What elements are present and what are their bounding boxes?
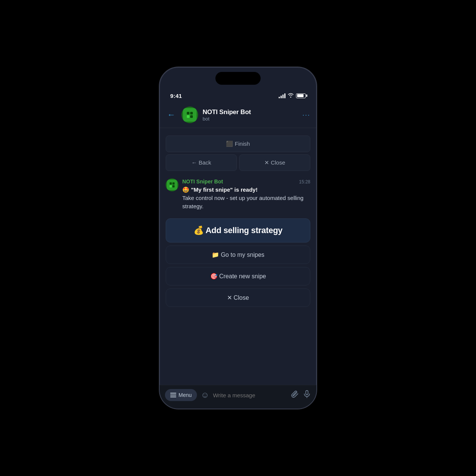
attach-button[interactable] <box>291 390 299 400</box>
battery-icon <box>296 93 306 98</box>
message-time: 15:28 <box>299 179 310 185</box>
microphone-button[interactable] <box>303 390 311 400</box>
wifi-icon <box>288 93 294 99</box>
message-header: NOTI Sniper Bot 15:28 <box>182 178 310 185</box>
svg-rect-4 <box>169 182 172 185</box>
svg-rect-3 <box>190 115 193 118</box>
svg-rect-0 <box>187 112 189 114</box>
bot-name: NOTI Sniper Bot <box>203 108 298 116</box>
message-input[interactable] <box>213 392 287 398</box>
create-new-snipe-button[interactable]: 🎯 Create new snipe <box>166 267 310 285</box>
menu-icon <box>170 393 176 397</box>
bot-subtitle: bot <box>203 116 298 122</box>
avatar <box>182 107 198 123</box>
message-avatar <box>166 178 178 191</box>
create-emoji: 🎯 <box>210 273 219 279</box>
message-body: Take control now - set up your automated… <box>182 195 304 209</box>
more-options-button[interactable]: ··· <box>302 111 310 119</box>
status-icons <box>279 93 306 99</box>
message-content: NOTI Sniper Bot 15:28 🤩 "My first snipe"… <box>182 178 310 210</box>
kb-back-button[interactable]: ← Back <box>166 154 237 171</box>
menu-label: Menu <box>178 392 192 398</box>
phone-frame: 9:41 <box>159 67 317 409</box>
svg-rect-10 <box>170 397 176 397</box>
svg-rect-7 <box>172 185 175 188</box>
dynamic-island <box>215 72 261 85</box>
menu-button[interactable]: Menu <box>165 389 197 401</box>
keyboard-buttons: ⬛ Finish ← Back ✕ Close <box>160 133 316 174</box>
create-label: Create new snipe <box>219 273 266 279</box>
message-emoji: 🤩 <box>182 186 191 193</box>
message-sender: NOTI Sniper Bot <box>182 178 223 185</box>
bot-message-row: NOTI Sniper Bot 15:28 🤩 "My first snipe"… <box>166 178 310 210</box>
header-text: NOTI Sniper Bot bot <box>203 108 298 122</box>
svg-rect-11 <box>306 391 308 395</box>
svg-rect-8 <box>170 393 176 394</box>
chat-body: ⬛ Finish ← Back ✕ Close <box>160 128 316 385</box>
status-time: 9:41 <box>170 93 182 99</box>
finish-button[interactable]: ⬛ Finish <box>166 136 310 152</box>
snipes-emoji: 📁 <box>212 252 221 258</box>
add-selling-strategy-button[interactable]: 💰 Add selling strategy <box>166 218 310 243</box>
svg-rect-1 <box>190 112 193 114</box>
go-to-snipes-button[interactable]: 📁 Go to my snipes <box>166 246 310 264</box>
message-bold: "My first snipe" is ready! <box>191 186 258 193</box>
svg-rect-2 <box>187 115 189 118</box>
signal-icon <box>279 93 285 98</box>
back-close-row: ← Back ✕ Close <box>166 154 310 171</box>
back-button[interactable]: ← <box>166 108 177 121</box>
svg-rect-6 <box>169 185 172 188</box>
emoji-button[interactable]: ☺ <box>201 390 209 400</box>
chat-header: ← NOTI Sniper Bot bot ··· <box>160 104 316 128</box>
input-area: Menu ☺ <box>160 385 316 409</box>
kb-close-button[interactable]: ✕ Close <box>239 154 310 171</box>
snipes-label: Go to my snipes <box>221 252 264 258</box>
message-text: 🤩 "My first snipe" is ready! Take contro… <box>182 186 310 210</box>
close-button[interactable]: ✕ Close <box>166 288 310 307</box>
action-buttons: 💰 Add selling strategy 📁 Go to my snipes… <box>160 215 316 311</box>
status-bar: 9:41 <box>160 85 316 104</box>
svg-rect-5 <box>172 182 175 185</box>
svg-rect-9 <box>170 395 176 395</box>
message-area: NOTI Sniper Bot 15:28 🤩 "My first snipe"… <box>160 177 316 215</box>
